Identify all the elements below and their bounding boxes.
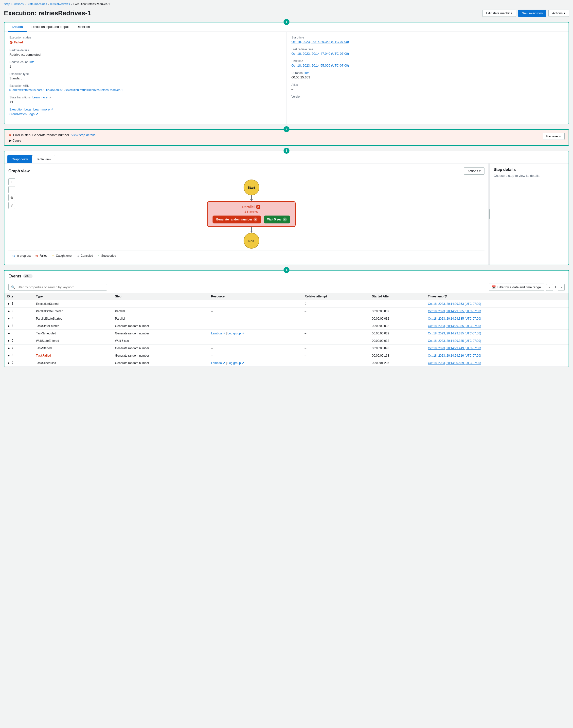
- redrive-count-info-link[interactable]: Info: [29, 60, 34, 64]
- date-filter-button[interactable]: 📅 Filter by a date and time range: [489, 283, 544, 291]
- events-title: Events: [8, 274, 21, 278]
- expand-row-button[interactable]: ▶: [7, 331, 11, 335]
- cell-resource: –: [209, 300, 302, 308]
- cell-id: ▶ 3: [4, 315, 34, 322]
- cell-id: ▶ 4: [4, 322, 34, 330]
- breadcrumb-step-functions[interactable]: Step Functions: [4, 2, 24, 6]
- expand-row-button[interactable]: ▶: [7, 346, 11, 350]
- cell-resource: –: [209, 337, 302, 345]
- graph-section: 3 Graph view Table view Graph view Actio…: [4, 151, 569, 265]
- graph-content: Graph view Actions ▾ + – ⊕ ⤢ Start: [4, 163, 569, 265]
- col-started-after[interactable]: Started After: [369, 293, 425, 300]
- state-transitions-learn-more[interactable]: Learn more: [32, 96, 47, 99]
- search-input-wrap[interactable]: 🔍: [8, 284, 107, 291]
- redrive-details-item: Redrive details Redrive #1 completed: [9, 49, 281, 56]
- copy-icon[interactable]: ⎘: [9, 88, 11, 92]
- duration-info-link[interactable]: Info: [305, 71, 309, 75]
- tab-table-view[interactable]: Table view: [32, 155, 55, 163]
- col-step[interactable]: Step: [113, 293, 209, 300]
- zoom-out-button[interactable]: –: [8, 186, 15, 193]
- cell-timestamp: Oct 18, 2023, 20:14:29.516 (UTC-07:00): [426, 352, 569, 359]
- state-transitions-value: 14: [9, 100, 281, 104]
- start-time-label: Start time: [292, 36, 564, 39]
- error-banner-left: ⊗ Error in step: Generate random number.…: [8, 133, 95, 142]
- cause-toggle[interactable]: ▶ Cause: [8, 139, 21, 142]
- cell-step: Generate random number: [113, 352, 209, 359]
- node-start[interactable]: Start: [244, 179, 259, 195]
- graph-actions-label: Actions: [467, 169, 478, 173]
- execution-logs-label[interactable]: Execution Logs Learn more ↗: [9, 108, 281, 111]
- log-group-link[interactable]: Log group ↗: [227, 361, 244, 365]
- breadcrumb-state-machines[interactable]: State machines: [27, 2, 47, 6]
- search-input[interactable]: [16, 285, 104, 289]
- cell-timestamp: Oct 18, 2023, 20:14:29.385 (UTC-07:00): [426, 337, 569, 345]
- tab-details[interactable]: Details: [8, 22, 27, 32]
- version-label: Version: [292, 95, 564, 98]
- expand-row-button[interactable]: ▶: [7, 302, 11, 306]
- details-left-col: Execution status ⊗ Failed Redrive detail…: [4, 32, 286, 124]
- page-number: 1: [555, 285, 556, 289]
- cause-arrow-icon: ▶: [9, 139, 12, 142]
- lambda-link[interactable]: Lambda ↗: [211, 361, 225, 365]
- last-redrive-label: Last redrive time: [292, 48, 564, 51]
- branch-wait[interactable]: Wait 5 sec ✓: [264, 215, 290, 223]
- filter-row: 🔍 📅 Filter by a date and time range ‹ 1 …: [4, 281, 569, 293]
- col-resource[interactable]: Resource: [209, 293, 302, 300]
- legend-failed: ⊗ Failed: [35, 254, 48, 258]
- recover-button[interactable]: Recover ▾: [543, 133, 565, 140]
- cell-started-after: 00:00:00.032: [369, 308, 425, 315]
- fit-button[interactable]: ⤢: [8, 202, 15, 209]
- cell-type: WaitStateEntered: [34, 337, 113, 345]
- events-table-wrap: ID▲ Type Step Resource Redrive attempt S…: [4, 293, 569, 367]
- cloudwatch-logs-link[interactable]: CloudWatch Logs ↗: [9, 112, 281, 116]
- graph-actions-chevron-icon: ▾: [479, 169, 481, 173]
- branch-generate[interactable]: Generate random number ✕: [213, 215, 261, 223]
- last-redrive-value: Oct 18, 2023, 20:14:47.040 (UTC-07:00): [292, 52, 564, 55]
- edit-state-machine-button[interactable]: Edit state machine: [482, 10, 516, 17]
- actions-button[interactable]: Actions ▾: [549, 10, 569, 17]
- events-section: 4 Events (37) 🔍 📅 Filter by a date and t…: [4, 270, 569, 367]
- legend-succeeded: ✓ Succeeded: [97, 254, 116, 258]
- tab-definition[interactable]: Definition: [73, 22, 94, 32]
- zoom-in-button[interactable]: +: [8, 178, 15, 185]
- table-row: ▶ 4 TaskStateEntered Generate random num…: [4, 322, 569, 330]
- node-end[interactable]: End: [244, 233, 259, 249]
- center-button[interactable]: ⊕: [8, 194, 15, 201]
- actions-chevron-icon: ▾: [564, 11, 565, 15]
- events-table: ID▲ Type Step Resource Redrive attempt S…: [4, 293, 569, 367]
- step-details-title: Step details: [493, 167, 565, 172]
- graph-actions-button[interactable]: Actions ▾: [464, 167, 484, 174]
- branch-generate-fail-icon: ✕: [254, 217, 257, 221]
- lambda-link[interactable]: Lambda ↗: [211, 332, 225, 335]
- col-redrive[interactable]: Redrive attempt: [302, 293, 369, 300]
- version-value: –: [292, 99, 564, 103]
- expand-row-button[interactable]: ▶: [7, 339, 11, 343]
- tab-execution-io[interactable]: Execution input and output: [27, 22, 73, 32]
- prev-page-button[interactable]: ‹: [546, 284, 553, 291]
- parallel-box[interactable]: Parallel ✕ 2 Branches Generate random nu…: [207, 201, 296, 227]
- end-time-item: End time Oct 18, 2023, 20:14:55.006 (UTC…: [292, 59, 564, 67]
- view-step-details-link[interactable]: View step details: [71, 133, 95, 137]
- col-id[interactable]: ID▲: [4, 293, 34, 300]
- execution-logs-item: Execution Logs Learn more ↗: [9, 108, 281, 111]
- breadcrumb-retries-redrives[interactable]: retriesRedrives: [50, 2, 70, 6]
- error-section: 2 ⊗ Error in step: Generate random numbe…: [4, 129, 569, 146]
- expand-row-button[interactable]: ▶: [7, 361, 11, 365]
- expand-row-button[interactable]: ▶: [7, 317, 11, 320]
- expand-row-button[interactable]: ▶: [7, 309, 11, 313]
- tab-graph-view[interactable]: Graph view: [7, 155, 32, 163]
- cell-resource: Lambda ↗ | Log group ↗: [209, 330, 302, 337]
- cell-redrive: –: [302, 359, 369, 367]
- cell-resource: –: [209, 322, 302, 330]
- learn-more-text[interactable]: Learn more: [33, 108, 50, 111]
- new-execution-button[interactable]: New execution: [518, 10, 546, 17]
- col-timestamp[interactable]: Timestamp▽: [426, 293, 569, 300]
- end-time-value: Oct 18, 2023, 20:14:55.006 (UTC-07:00): [292, 64, 564, 67]
- log-group-link[interactable]: Log group ↗: [227, 332, 244, 335]
- cell-timestamp: Oct 18, 2023, 20:14:29.353 (UTC-07:00): [426, 300, 569, 308]
- execution-status-value: ⊗ Failed: [9, 40, 281, 45]
- expand-row-button[interactable]: ▶: [7, 354, 11, 357]
- col-type[interactable]: Type: [34, 293, 113, 300]
- next-page-button[interactable]: ›: [558, 284, 565, 291]
- expand-row-button[interactable]: ▶: [7, 324, 11, 328]
